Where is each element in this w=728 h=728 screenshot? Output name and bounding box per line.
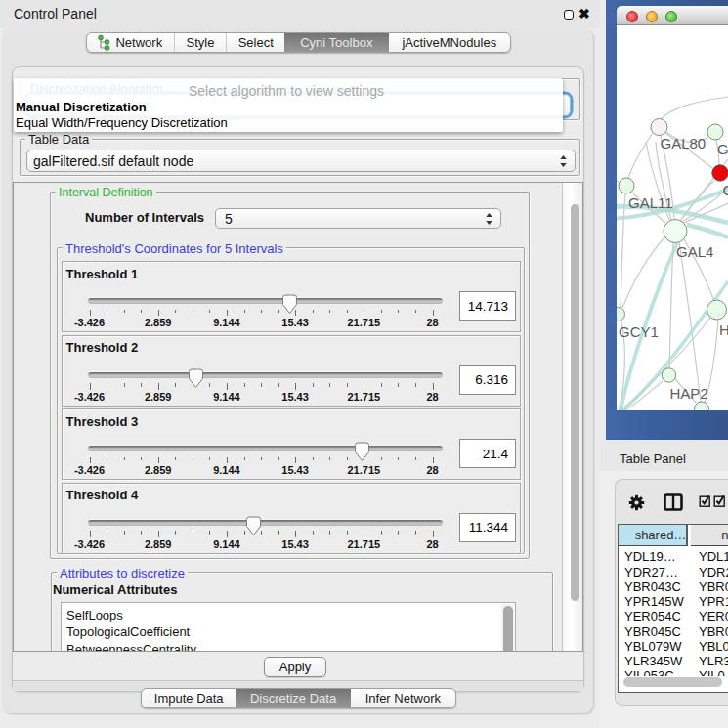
svg-text:GAL11: GAL11 [628, 194, 673, 211]
svg-text:H: H [719, 321, 728, 338]
svg-text:HAP2: HAP2 [670, 385, 708, 402]
svg-text:GAL80: GAL80 [661, 135, 707, 151]
svg-text:GAL4: GAL4 [676, 243, 713, 260]
svg-text:GCY1: GCY1 [619, 323, 659, 340]
svg-text:C: C [723, 182, 728, 198]
svg-text:G.: G. [717, 141, 728, 157]
